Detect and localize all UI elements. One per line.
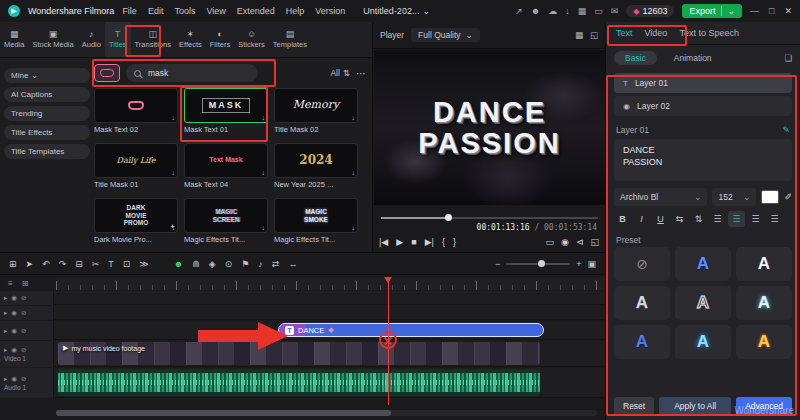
ai-portrait-icon[interactable]: ☻ — [174, 259, 183, 269]
track-control-icon[interactable]: ▸ — [4, 309, 7, 317]
track-control-icon[interactable]: ◉ — [11, 309, 17, 317]
text-tool-icon[interactable]: T — [108, 259, 114, 269]
notification-icon[interactable]: ✉ — [611, 6, 619, 16]
template-thumbnail[interactable]: Daily Life ↓ — [94, 143, 178, 178]
preset-item[interactable]: A — [736, 247, 792, 281]
menu-item[interactable]: Edit — [148, 6, 164, 16]
track-control-icon[interactable]: ▸ — [4, 327, 7, 335]
preset-item[interactable]: A — [675, 286, 731, 320]
underline-button[interactable]: U — [652, 211, 669, 227]
align-justify-button[interactable]: ☰ — [766, 211, 783, 227]
menu-item[interactable]: Extended — [237, 6, 275, 16]
cloud-icon[interactable]: ☁ — [548, 6, 557, 16]
Title Mask 02[interactable]: Memory ↓ Title Mask 02 — [274, 88, 358, 141]
Mask Text 02[interactable]: ↓ Mask Text 02 — [94, 88, 178, 141]
mark-in-button[interactable]: { — [442, 237, 445, 247]
track-control-icon[interactable]: ◉ — [11, 327, 17, 335]
text-color-swatch[interactable] — [761, 190, 779, 204]
sidebar-item[interactable]: Title Templates — [4, 144, 90, 159]
edit-pen-icon[interactable]: ✎ — [782, 125, 790, 135]
media-tab[interactable]: ♪ Audio — [78, 22, 105, 57]
template-thumbnail[interactable]: MASK ↓ — [184, 88, 268, 123]
audio-clip[interactable] — [58, 369, 540, 396]
preset-item[interactable]: ⊘ — [614, 247, 670, 281]
align-right-button[interactable]: ☰ — [747, 211, 764, 227]
download-icon[interactable]: ↓ — [172, 114, 176, 121]
preset-item[interactable]: A — [675, 325, 731, 359]
points-badge[interactable]: ◆ 12603 — [626, 5, 674, 17]
mark-out-button[interactable]: } — [453, 237, 456, 247]
undo-icon[interactable]: ↶ — [42, 259, 50, 269]
template-thumbnail[interactable]: MAGIC SCREEN ↓ — [184, 198, 268, 233]
voiceover-icon[interactable]: ♪ — [258, 259, 263, 269]
eyedropper-icon[interactable]: ✐ — [784, 192, 792, 202]
prev-frame-button[interactable]: |◀ — [379, 237, 388, 247]
render-preview-icon[interactable]: ⇄ — [272, 259, 280, 269]
media-tab[interactable]: ✶ Effects — [175, 22, 206, 57]
track-control-icon[interactable]: ▸ — [4, 375, 7, 383]
play-button[interactable]: ▶ — [396, 237, 403, 247]
track-control-icon[interactable]: ⊘ — [21, 309, 26, 317]
fit-timeline-button[interactable]: ▣ — [587, 259, 596, 269]
project-title[interactable]: Untitled-202... ⌄ — [363, 6, 430, 16]
preset-item[interactable]: A — [675, 247, 731, 281]
search-input[interactable] — [146, 67, 236, 79]
multi-view-icon[interactable]: ▦ — [575, 30, 583, 40]
media-tab[interactable]: ◫ Transitions — [131, 22, 175, 57]
preset-item[interactable]: A — [614, 325, 670, 359]
font-size-dropdown[interactable]: 152 ⌄ — [712, 188, 756, 206]
download-icon[interactable]: ↓ — [352, 224, 356, 231]
share-icon[interactable]: ↗ — [515, 6, 523, 16]
Mask Text 01[interactable]: MASK ↓ Mask Text 01 — [184, 88, 268, 141]
line-spacing-button[interactable]: ⇅ — [690, 211, 707, 227]
track-control-icon[interactable]: ▸ — [4, 294, 7, 302]
layer-item[interactable]: T Layer 01 — [614, 73, 792, 93]
menu-item[interactable]: View — [206, 6, 225, 16]
Title Mask 01[interactable]: Daily Life ↓ Title Mask 01 — [94, 143, 178, 196]
filter-all-dropdown[interactable]: All ⇅ — [330, 68, 350, 78]
seek-bar[interactable] — [381, 214, 598, 222]
download-icon[interactable]: ↓ — [352, 114, 356, 121]
download-icon[interactable]: ↓ — [262, 169, 266, 176]
record-icon[interactable]: ⊙ — [225, 259, 233, 269]
download-icon[interactable]: ↓ — [262, 114, 266, 121]
reset-button[interactable]: Reset — [614, 397, 654, 415]
media-board-icon[interactable]: ⊞ — [9, 259, 17, 269]
preset-item[interactable]: A — [614, 286, 670, 320]
media-tab[interactable]: ◐ Filters — [206, 22, 234, 57]
add-track-icon[interactable]: ⊞ — [22, 279, 29, 288]
template-thumbnail[interactable]: Memory ↓ — [274, 88, 358, 123]
timeline-ruler[interactable] — [56, 277, 605, 290]
pointer-tool-icon[interactable]: ➤ — [26, 259, 34, 269]
quality-dropdown[interactable]: Full Quality ⌄ — [411, 28, 480, 42]
media-tab[interactable]: T Titles — [105, 22, 131, 57]
display-icon[interactable]: ▭ — [594, 6, 603, 16]
Mask Text 04[interactable]: Text Mask ↓ Mask Text 04 — [184, 143, 268, 196]
apply-to-all-button[interactable]: Apply to All — [659, 397, 731, 415]
split-icon[interactable]: ✂ — [92, 259, 100, 269]
marker-icon[interactable]: ⚑ — [241, 259, 249, 269]
volume-button[interactable]: ⊲ — [576, 237, 584, 247]
user-icon[interactable]: ☻ — [531, 6, 540, 16]
letter-spacing-button[interactable]: ⇆ — [671, 211, 688, 227]
download-icon[interactable]: ↓ — [262, 224, 266, 231]
sidebar-item[interactable]: Title Effects — [4, 125, 90, 140]
template-thumbnail[interactable]: DARK MOVIE PROMO ↓ + — [94, 198, 178, 233]
preset-item[interactable]: A — [736, 286, 792, 320]
close-button[interactable]: ✕ — [784, 6, 792, 16]
export-chevron-icon[interactable]: ⌄ — [721, 6, 735, 16]
title-clip[interactable]: T DANCE ◆ — [278, 323, 544, 337]
template-thumbnail[interactable]: Text Mask ↓ — [184, 143, 268, 178]
properties-tab[interactable]: Text to Speech — [679, 28, 739, 38]
track-control-icon[interactable]: ◉ — [11, 294, 17, 302]
track-control-icon[interactable]: ◉ — [11, 346, 17, 354]
template-thumbnail[interactable]: MAGIC SMOKE ↓ — [274, 198, 358, 233]
sidebar-item[interactable]: AI Captions — [4, 87, 90, 102]
track-control-icon[interactable]: ⊘ — [21, 294, 26, 302]
sidebar-item[interactable]: Mine ⌄ — [4, 68, 90, 83]
maximize-button[interactable]: □ — [769, 6, 774, 16]
track-control-icon[interactable]: ⊘ — [21, 346, 26, 354]
media-tab[interactable]: ▤ Templates — [269, 22, 311, 57]
properties-subtab[interactable]: Basic — [614, 51, 657, 65]
menu-item[interactable]: File — [122, 6, 137, 16]
